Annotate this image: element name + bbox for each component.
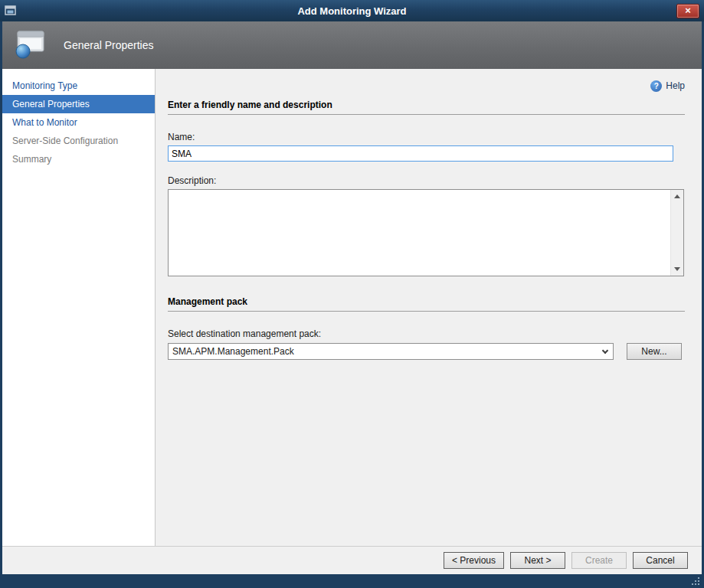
section-title-management-pack: Management pack (168, 296, 685, 312)
wizard-frame: General Properties Monitoring Type Gener… (2, 21, 702, 574)
wizard-steps: Monitoring Type General Properties What … (2, 69, 156, 546)
next-button[interactable]: Next > (510, 552, 565, 569)
cancel-button[interactable]: Cancel (633, 552, 688, 569)
name-label: Name: (168, 132, 685, 142)
wizard-window: Add Monitoring Wizard × (0, 0, 704, 588)
help-link[interactable]: ? Help (168, 80, 685, 92)
window-icon (5, 5, 18, 17)
scroll-down-button[interactable] (671, 263, 683, 276)
step-what-to-monitor[interactable]: What to Monitor (2, 113, 155, 132)
wizard-content: ? Help Enter a friendly name and descrip… (156, 69, 702, 546)
scroll-up-icon (674, 194, 680, 198)
step-summary: Summary (2, 150, 155, 168)
wizard-footer: < Previous Next > Create Cancel (2, 546, 702, 574)
description-box (168, 189, 684, 276)
section-title-friendly-name: Enter a friendly name and description (168, 100, 685, 115)
name-input[interactable] (168, 145, 673, 162)
management-pack-row: SMA.APM.Management.Pack New... (168, 343, 685, 360)
step-general-properties[interactable]: General Properties (2, 95, 155, 113)
selected-pack-value: SMA.APM.Management.Pack (172, 346, 598, 357)
wizard-header: General Properties (2, 21, 702, 69)
title-bar: Add Monitoring Wizard × (0, 0, 704, 21)
step-monitoring-type[interactable]: Monitoring Type (2, 77, 155, 95)
window-title: Add Monitoring Wizard (0, 5, 704, 17)
management-pack-select[interactable]: SMA.APM.Management.Pack (168, 343, 614, 360)
new-button[interactable]: New... (627, 343, 682, 360)
window-bottom-border (0, 574, 704, 588)
previous-button[interactable]: < Previous (444, 552, 504, 569)
resize-grip[interactable] (692, 577, 700, 586)
description-textarea[interactable] (169, 190, 670, 276)
close-button[interactable]: × (676, 4, 699, 18)
scroll-down-icon (674, 267, 680, 271)
scroll-up-button[interactable] (671, 190, 683, 203)
help-label: Help (666, 80, 685, 91)
step-server-side-configuration: Server-Side Configuration (2, 132, 155, 150)
create-button: Create (571, 552, 627, 569)
help-icon: ? (650, 80, 662, 92)
textarea-scrollbar[interactable] (670, 190, 683, 276)
combo-dropdown-button[interactable] (598, 344, 613, 359)
description-label: Description: (168, 175, 685, 186)
select-pack-label: Select destination management pack: (168, 328, 685, 339)
page-title: General Properties (64, 39, 154, 51)
wizard-body: Monitoring Type General Properties What … (2, 69, 702, 546)
chevron-down-icon (602, 347, 608, 353)
wizard-icon (13, 30, 47, 61)
close-icon: × (685, 5, 691, 16)
